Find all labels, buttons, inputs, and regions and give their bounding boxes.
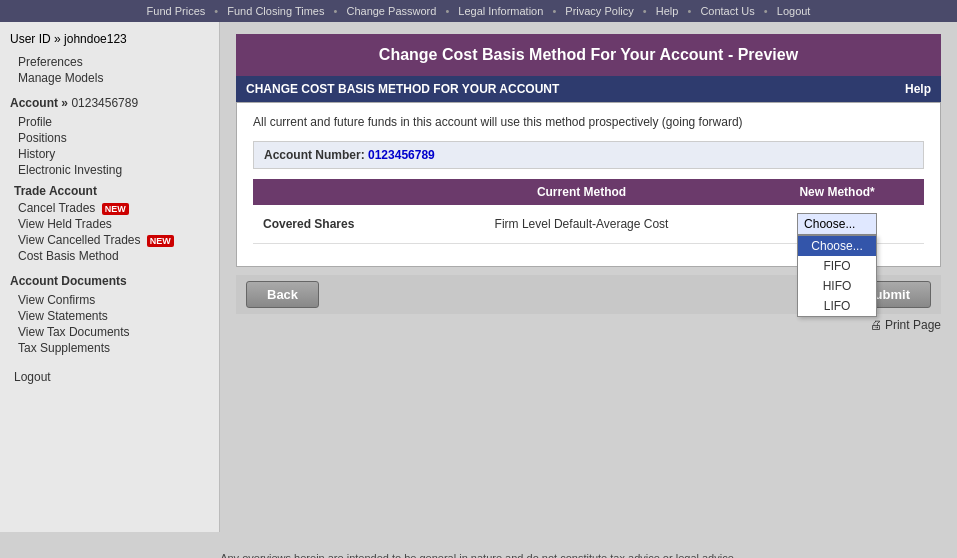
nav-help[interactable]: Help xyxy=(656,5,679,17)
help-link[interactable]: Help xyxy=(905,82,931,96)
account-number-label: Account Number: xyxy=(264,148,365,162)
print-row: 🖨 Print Page xyxy=(236,314,941,336)
sidebar-item-preferences[interactable]: Preferences xyxy=(10,54,209,70)
new-method-select[interactable]: Choose... FIFO HIFO LIFO xyxy=(797,213,877,235)
sidebar-item-history[interactable]: History xyxy=(10,146,209,162)
sidebar-item-tax-supplements[interactable]: Tax Supplements xyxy=(10,340,209,356)
dropdown-open-list: Choose... FIFO HIFO LIFO xyxy=(797,235,877,317)
sidebar: User ID » johndoe123 Preferences Manage … xyxy=(0,22,220,532)
sidebar-item-view-tax-documents[interactable]: View Tax Documents xyxy=(10,324,209,340)
main-wrapper: User ID » johndoe123 Preferences Manage … xyxy=(0,22,957,532)
nav-legal-information[interactable]: Legal Information xyxy=(458,5,543,17)
nav-change-password[interactable]: Change Password xyxy=(346,5,436,17)
back-button[interactable]: Back xyxy=(246,281,319,308)
footer-line1: Any overviews herein are intended to be … xyxy=(10,552,947,558)
current-method-value: Firm Level Default-Average Cost xyxy=(413,205,750,244)
new-badge-cancel-trades: NEW xyxy=(102,203,129,215)
sidebar-item-profile[interactable]: Profile xyxy=(10,114,209,130)
account-number-display: 0123456789 xyxy=(368,148,435,162)
inner-content: All current and future funds in this acc… xyxy=(236,102,941,267)
cost-basis-table: Current Method New Method* Covered Share… xyxy=(253,179,924,244)
dropdown-opt-hifo[interactable]: HIFO xyxy=(798,276,876,296)
section-header: CHANGE COST BASIS METHOD FOR YOUR ACCOUN… xyxy=(236,76,941,102)
logout-button[interactable]: Logout xyxy=(10,370,209,384)
sidebar-item-electronic-investing[interactable]: Electronic Investing xyxy=(10,162,209,178)
trade-account-label: Trade Account xyxy=(10,182,209,200)
sidebar-item-positions[interactable]: Positions xyxy=(10,130,209,146)
nav-fund-closing-times[interactable]: Fund Closing Times xyxy=(227,5,324,17)
account-number-row: Account Number: 0123456789 xyxy=(253,141,924,169)
sidebar-item-manage-models[interactable]: Manage Models xyxy=(10,70,209,86)
new-method-dropdown-wrapper: Choose... FIFO HIFO LIFO Choose... FIFO xyxy=(797,213,877,235)
table-header-empty xyxy=(253,179,413,205)
footer: Any overviews herein are intended to be … xyxy=(0,532,957,558)
table-header-current-method: Current Method xyxy=(413,179,750,205)
print-icon: 🖨 xyxy=(870,318,882,332)
sidebar-item-view-cancelled-trades[interactable]: View Cancelled Trades NEW xyxy=(10,232,209,248)
nav-privacy-policy[interactable]: Privacy Policy xyxy=(565,5,633,17)
new-method-cell: Choose... FIFO HIFO LIFO Choose... FIFO xyxy=(750,205,924,244)
nav-fund-prices[interactable]: Fund Prices xyxy=(147,5,206,17)
content-area: Change Cost Basis Method For Your Accoun… xyxy=(220,22,957,532)
dropdown-opt-choose[interactable]: Choose... xyxy=(798,236,876,256)
covered-shares-label: Covered Shares xyxy=(253,205,413,244)
sidebar-item-cost-basis-method[interactable]: Cost Basis Method xyxy=(10,248,209,264)
nav-logout-top[interactable]: Logout xyxy=(777,5,811,17)
new-badge-cancelled-trades: NEW xyxy=(147,235,174,247)
sidebar-item-cancel-trades[interactable]: Cancel Trades NEW xyxy=(10,200,209,216)
sidebar-item-view-statements[interactable]: View Statements xyxy=(10,308,209,324)
dropdown-opt-lifo[interactable]: LIFO xyxy=(798,296,876,316)
dropdown-opt-fifo[interactable]: FIFO xyxy=(798,256,876,276)
table-header-new-method: New Method* xyxy=(750,179,924,205)
account-section-label: Account » 0123456789 xyxy=(10,96,209,110)
user-id-label: User ID » johndoe123 xyxy=(10,32,209,46)
top-nav: Fund Prices • Fund Closing Times • Chang… xyxy=(0,0,957,22)
section-header-text: CHANGE COST BASIS METHOD FOR YOUR ACCOUN… xyxy=(246,82,559,96)
page-title: Change Cost Basis Method For Your Accoun… xyxy=(236,34,941,76)
nav-contact-us[interactable]: Contact Us xyxy=(700,5,754,17)
print-label: Print Page xyxy=(885,318,941,332)
sidebar-item-view-held-trades[interactable]: View Held Trades xyxy=(10,216,209,232)
account-documents-label: Account Documents xyxy=(10,274,209,288)
sidebar-item-view-confirms[interactable]: View Confirms xyxy=(10,292,209,308)
print-page-link[interactable]: 🖨 Print Page xyxy=(870,318,941,332)
table-row: Covered Shares Firm Level Default-Averag… xyxy=(253,205,924,244)
info-text: All current and future funds in this acc… xyxy=(253,115,924,129)
